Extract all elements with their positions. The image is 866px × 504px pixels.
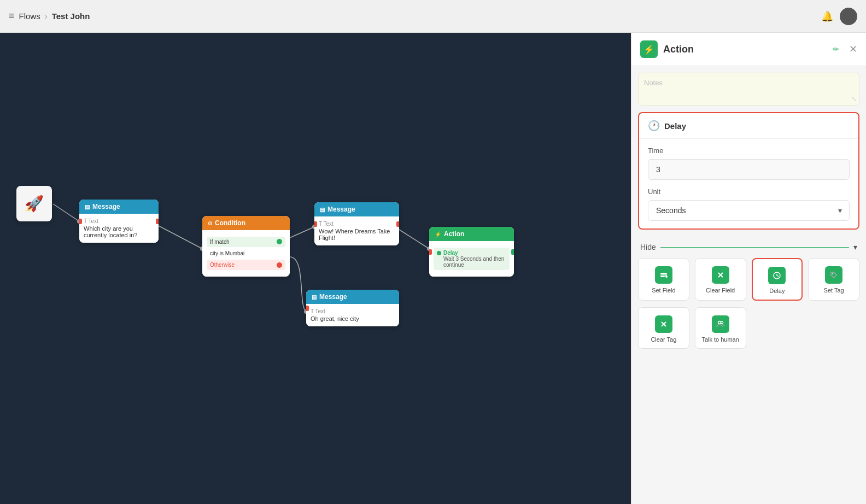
notes-resize-handle[interactable]: ⤡ bbox=[851, 95, 857, 103]
hide-label: Hide bbox=[640, 243, 656, 251]
delay-dot bbox=[437, 251, 441, 255]
node-body-msg3: T Text Oh great, nice city bbox=[306, 304, 399, 326]
delay-btn-label: Delay bbox=[769, 288, 785, 294]
flow-canvas[interactable]: 🚀 ▤ Message T Text Which city are you cu… bbox=[0, 33, 631, 504]
unit-select[interactable]: Seconds Minutes Hours Days bbox=[648, 200, 850, 221]
delay-label: Delay bbox=[443, 250, 506, 256]
menu-icon[interactable]: ≡ bbox=[9, 10, 15, 22]
talk-to-human-button[interactable]: Talk to human bbox=[695, 307, 746, 349]
action-node[interactable]: ⚡ Action Delay Wait 3 Seconds and then c… bbox=[429, 227, 514, 277]
clear-field-label: Clear Field bbox=[706, 287, 735, 294]
node-text-msg1: Which city are you currently located in? bbox=[84, 225, 154, 238]
set-tag-icon bbox=[825, 266, 842, 284]
node-label-msg3: T Text bbox=[311, 308, 395, 314]
unit-select-wrapper: Seconds Minutes Hours Days ▾ bbox=[648, 200, 850, 221]
connector-left-msg1 bbox=[79, 219, 82, 224]
delay-clock-icon: 🕐 bbox=[648, 120, 660, 132]
clear-tag-button[interactable]: Clear Tag bbox=[638, 307, 689, 349]
panel-edit-icon[interactable]: ✏ bbox=[833, 45, 839, 54]
message-node-1[interactable]: ▤ Message T Text Which city are you curr… bbox=[79, 200, 159, 243]
node-title-action: Action bbox=[444, 230, 464, 238]
breadcrumb: Flows › Test John bbox=[19, 11, 90, 21]
node-label-msg1: T Text bbox=[84, 218, 154, 224]
svg-line-13 bbox=[777, 276, 779, 277]
notes-placeholder: Notes bbox=[644, 79, 663, 87]
set-tag-label: Set Tag bbox=[824, 287, 844, 294]
clear-tag-label: Clear Tag bbox=[651, 336, 676, 343]
hide-line bbox=[660, 247, 849, 248]
node-header-msg2: ▤ Message bbox=[314, 202, 399, 216]
delay-section-header: 🕐 Delay bbox=[639, 113, 858, 139]
page-title: Test John bbox=[52, 11, 90, 21]
action-buttons-row2: Clear Tag Talk to human bbox=[631, 307, 866, 355]
panel-action-icon: ⚡ bbox=[640, 40, 658, 58]
node-body-cond: If match city is Mumbai Otherwise bbox=[202, 230, 290, 277]
talk-to-human-label: Talk to human bbox=[701, 336, 739, 343]
bell-icon[interactable]: 🔔 bbox=[821, 10, 833, 22]
cond-if-match: If match bbox=[207, 237, 285, 247]
svg-point-17 bbox=[718, 321, 721, 324]
node-body-msg1: T Text Which city are you currently loca… bbox=[79, 214, 159, 243]
right-panel: ⚡ Action ✏ ✕ Notes ⤡ 🕐 Delay Time Unit bbox=[631, 33, 866, 504]
time-input[interactable] bbox=[648, 159, 850, 180]
connector-lines bbox=[0, 33, 631, 504]
connector-left-msg3 bbox=[306, 306, 309, 311]
cond-otherwise: Otherwise bbox=[207, 260, 285, 270]
hide-section[interactable]: Hide ▾ bbox=[631, 236, 866, 258]
delay-section-title: Delay bbox=[664, 121, 686, 131]
svg-rect-6 bbox=[660, 274, 667, 276]
unit-label: Unit bbox=[648, 187, 850, 196]
node-text-msg2: Wow! Where Dreams Take Flight! bbox=[319, 228, 395, 241]
delay-text: Wait 3 Seconds and then continue bbox=[443, 256, 506, 268]
set-tag-button[interactable]: Set Tag bbox=[808, 258, 859, 301]
connector-left-msg2 bbox=[314, 221, 317, 227]
panel-header: ⚡ Action ✏ ✕ bbox=[631, 33, 866, 66]
hide-chevron-icon[interactable]: ▾ bbox=[853, 243, 857, 251]
connector-right-action bbox=[511, 249, 514, 255]
node-header-action: ⚡ Action bbox=[429, 227, 514, 241]
clear-tag-icon bbox=[655, 315, 672, 333]
notes-area[interactable]: Notes ⤡ bbox=[638, 73, 859, 106]
node-title-msg1: Message bbox=[92, 203, 120, 210]
header: ≡ Flows › Test John 🔔 bbox=[0, 0, 866, 33]
message-node-3[interactable]: ▤ Message T Text Oh great, nice city bbox=[306, 290, 399, 326]
node-body-msg2: T Text Wow! Where Dreams Take Flight! bbox=[314, 216, 399, 245]
clear-field-button[interactable]: Clear Field bbox=[695, 258, 746, 301]
svg-point-18 bbox=[721, 321, 723, 324]
time-label: Time bbox=[648, 146, 850, 155]
svg-point-8 bbox=[665, 276, 668, 278]
set-field-label: Set Field bbox=[652, 287, 675, 294]
panel-title: Action bbox=[663, 44, 827, 55]
condition-node[interactable]: ⊙ Condition If match city is Mumbai Othe… bbox=[202, 216, 290, 277]
svg-rect-5 bbox=[660, 273, 667, 274]
node-header-cond: ⊙ Condition bbox=[202, 216, 290, 230]
svg-rect-7 bbox=[660, 276, 665, 277]
connector-left-action bbox=[429, 249, 432, 255]
node-label-msg2: T Text bbox=[319, 221, 395, 227]
rocket-node[interactable]: 🚀 bbox=[16, 186, 52, 221]
action-buttons-row1: Set Field Clear Field bbox=[631, 258, 866, 307]
main-layout: 🚀 ▤ Message T Text Which city are you cu… bbox=[0, 33, 866, 504]
talk-to-human-icon bbox=[712, 315, 729, 333]
node-title-cond: Condition bbox=[215, 219, 245, 227]
set-field-icon bbox=[655, 266, 672, 284]
node-header-msg1: ▤ Message bbox=[79, 200, 159, 214]
breadcrumb-separator: › bbox=[45, 11, 48, 21]
node-title-msg3: Message bbox=[319, 293, 347, 301]
delay-section: 🕐 Delay Time Unit Seconds Minutes Hours … bbox=[638, 112, 859, 230]
connector-right-msg1 bbox=[156, 219, 159, 224]
panel-close-button[interactable]: ✕ bbox=[849, 43, 857, 55]
cond-city: city is Mumbai bbox=[207, 249, 285, 257]
node-title-msg2: Message bbox=[327, 206, 355, 213]
set-field-button[interactable]: Set Field bbox=[638, 258, 689, 301]
flows-link[interactable]: Flows bbox=[19, 11, 40, 21]
node-text-msg3: Oh great, nice city bbox=[311, 315, 395, 322]
delay-section-body: Time Unit Seconds Minutes Hours Days ▾ bbox=[639, 139, 858, 228]
delay-item: Delay Wait 3 Seconds and then continue bbox=[434, 248, 510, 270]
node-header-msg3: ▤ Message bbox=[306, 290, 399, 304]
delay-button[interactable]: Delay bbox=[752, 258, 803, 301]
delay-icon bbox=[768, 267, 786, 284]
message-node-2[interactable]: ▤ Message T Text Wow! Where Dreams Take … bbox=[314, 202, 399, 245]
clear-field-icon bbox=[712, 266, 729, 284]
svg-point-14 bbox=[832, 273, 833, 274]
